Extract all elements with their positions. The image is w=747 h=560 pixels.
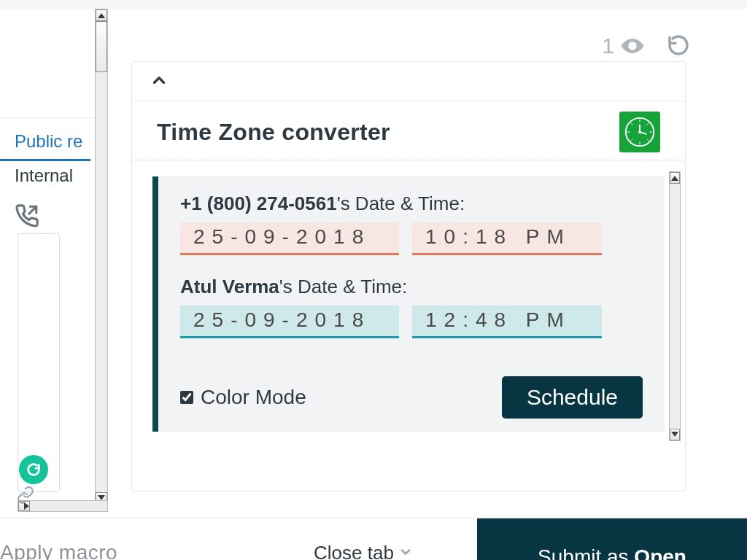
timezone-widget-card: Time Zone converter +1 (800) 274-0561's … xyxy=(131,61,686,491)
reply-tabs: Public re Internal xyxy=(0,118,95,190)
panel-scrollbar[interactable] xyxy=(669,171,681,441)
color-mode-label: Color Mode xyxy=(201,386,306,409)
color-mode-checkbox[interactable] xyxy=(180,391,193,404)
caller-time-field[interactable]: 10:18 PM xyxy=(412,222,602,255)
conversion-panel: +1 (800) 274-0561's Date & Time: 25-09-2… xyxy=(152,176,665,432)
apply-macro-button[interactable]: Apply macro xyxy=(0,541,117,560)
refresh-button[interactable] xyxy=(667,34,690,60)
entry-agent: Atul Verma's Date & Time: 25-09-2018 12:… xyxy=(180,276,643,338)
color-mode-toggle[interactable]: Color Mode xyxy=(180,386,306,409)
window-top-strip xyxy=(0,0,747,9)
submit-button[interactable]: Submit as Open xyxy=(477,518,747,560)
watcher-count: 1 xyxy=(602,34,645,58)
insert-link-icon[interactable] xyxy=(13,486,38,510)
tab-public-reply[interactable]: Public re xyxy=(0,127,90,161)
eye-icon xyxy=(620,34,645,58)
entry-agent-label: Atul Verma's Date & Time: xyxy=(180,276,643,298)
close-tab-button[interactable]: Close tab xyxy=(314,542,413,560)
svg-point-11 xyxy=(638,131,641,133)
ticket-left-column: Public re Internal xyxy=(0,9,95,231)
entry-caller: +1 (800) 274-0561's Date & Time: 25-09-2… xyxy=(180,192,643,255)
tab-internal-note[interactable]: Internal xyxy=(0,161,95,190)
widget-title: Time Zone converter xyxy=(157,119,390,146)
grammarly-badge[interactable] xyxy=(19,455,48,484)
schedule-button[interactable]: Schedule xyxy=(502,376,643,419)
callback-icon[interactable] xyxy=(15,203,95,231)
ticket-footer: Apply macro Close tab Submit as Open xyxy=(0,518,747,560)
chevron-up-icon xyxy=(150,71,169,93)
reply-editor[interactable] xyxy=(18,233,60,492)
clock-icon xyxy=(619,112,660,152)
entry-caller-label: +1 (800) 274-0561's Date & Time: xyxy=(180,192,643,215)
left-scrollbar[interactable] xyxy=(95,9,108,505)
agent-date-field[interactable]: 25-09-2018 xyxy=(180,306,399,338)
caller-date-field[interactable]: 25-09-2018 xyxy=(180,222,399,255)
watcher-count-value: 1 xyxy=(602,34,614,58)
card-collapse-bar[interactable] xyxy=(132,62,685,101)
chevron-down-icon xyxy=(398,542,413,560)
agent-time-field[interactable]: 12:48 PM xyxy=(412,306,602,338)
